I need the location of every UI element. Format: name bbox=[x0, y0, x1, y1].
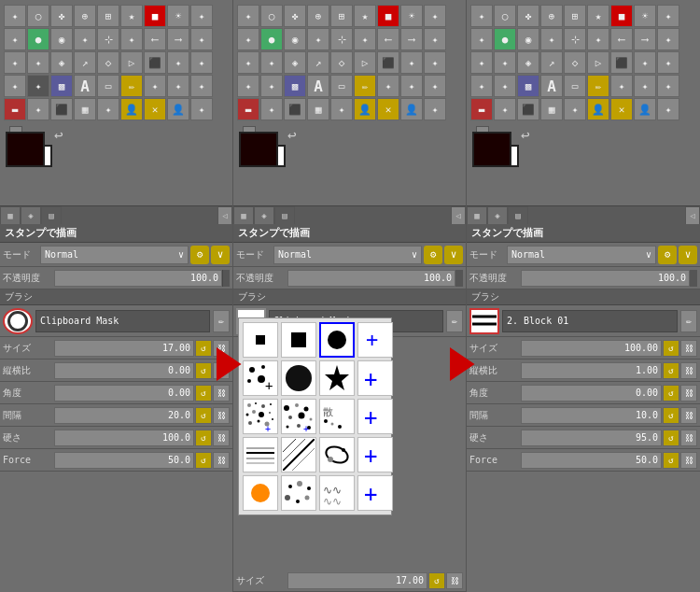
tool-star[interactable]: ★ bbox=[120, 5, 143, 27]
size-value-3[interactable]: 100.00 bbox=[521, 340, 662, 357]
hardness-link-btn-3[interactable]: ⛓ bbox=[680, 430, 697, 446]
brush-cell-plus[interactable]: + bbox=[357, 322, 393, 358]
force-link-btn-3[interactable]: ⛓ bbox=[680, 452, 697, 469]
tool3-u1[interactable]: ▬ bbox=[470, 98, 493, 120]
tool3-r9[interactable]: ✦ bbox=[657, 28, 679, 50]
tool-sun[interactable]: ☀ bbox=[167, 5, 189, 27]
tool-s6[interactable]: ▷ bbox=[120, 51, 143, 74]
swap-colors-icon-1[interactable]: ↩ bbox=[54, 126, 63, 144]
tool2-8[interactable]: ☀ bbox=[400, 5, 423, 27]
tool3-3[interactable]: ✤ bbox=[517, 5, 539, 27]
tool3-r8[interactable]: ⟶ bbox=[634, 28, 656, 50]
tab-icon-channels[interactable]: ◈ bbox=[21, 206, 41, 225]
tool-s3[interactable]: ◈ bbox=[50, 51, 73, 74]
mode-btn-1[interactable]: ⚙ bbox=[190, 246, 209, 264]
tool2-5[interactable]: ⊞ bbox=[330, 5, 353, 27]
swap-colors-icon-3[interactable]: ↩ bbox=[521, 126, 530, 144]
tab-expand-btn[interactable]: ◁ bbox=[217, 206, 232, 225]
aspect-reset-btn-3[interactable]: ↺ bbox=[663, 362, 679, 379]
tool-r3[interactable]: ◉ bbox=[50, 28, 73, 50]
tool-s9[interactable]: ✦ bbox=[190, 51, 213, 74]
tab-icon-brush[interactable]: ▤ bbox=[41, 206, 62, 225]
size-value-1[interactable]: 17.00 bbox=[54, 340, 194, 357]
opacity-value-3[interactable]: 100.0 bbox=[521, 270, 690, 287]
tool-grid[interactable]: ⊞ bbox=[97, 5, 119, 27]
tool3-u3[interactable]: ⬛ bbox=[517, 98, 539, 120]
tool3-5[interactable]: ⊞ bbox=[564, 5, 586, 27]
force-reset-btn-1[interactable]: ↺ bbox=[195, 452, 212, 469]
tool-s5[interactable]: ◇ bbox=[97, 51, 119, 74]
brush-cell-diag-lines[interactable] bbox=[281, 437, 316, 472]
tool-r5[interactable]: ⊹ bbox=[97, 28, 119, 50]
brush-edit-btn-1[interactable]: ✏ bbox=[213, 310, 230, 332]
tool-r1[interactable]: ✦ bbox=[4, 28, 26, 50]
tool-checkerboard[interactable]: ▩ bbox=[50, 75, 73, 97]
tool2-s2[interactable]: ✦ bbox=[260, 51, 283, 74]
tool2-u7[interactable]: ✕ bbox=[377, 98, 399, 120]
tool2-s1[interactable]: ✦ bbox=[237, 51, 259, 74]
hardness-value-3[interactable]: 95.0 bbox=[521, 430, 662, 446]
tool3-pen[interactable]: ✏ bbox=[587, 75, 609, 97]
brush-name-3[interactable]: 2. Block 01 bbox=[502, 310, 678, 332]
brush-cell-organic1[interactable] bbox=[319, 437, 355, 472]
tool3-s1[interactable]: ✦ bbox=[470, 51, 493, 74]
tool2-u5[interactable]: ✦ bbox=[330, 98, 353, 120]
tool-t9[interactable]: ✦ bbox=[190, 75, 213, 97]
aspect-value-1[interactable]: 0.00 bbox=[54, 362, 194, 379]
tool3-s9[interactable]: ✦ bbox=[657, 51, 679, 74]
brush-preview-3[interactable] bbox=[469, 308, 499, 334]
tool2-rect[interactable]: ▭ bbox=[330, 75, 353, 97]
brush-cell-scatter1[interactable]: + bbox=[243, 399, 278, 434]
brush-edit-btn-3[interactable]: ✏ bbox=[680, 310, 697, 332]
tool2-u2[interactable]: ✦ bbox=[260, 98, 283, 120]
brush-cell-line1[interactable] bbox=[243, 437, 278, 472]
tab2-brush[interactable]: ▤ bbox=[274, 206, 295, 225]
tool-t7[interactable]: ✦ bbox=[144, 75, 166, 97]
brush-cell-plus3[interactable]: + bbox=[357, 399, 393, 434]
tool3-r4[interactable]: ✦ bbox=[540, 28, 563, 50]
tool-fill[interactable]: ⊕ bbox=[74, 5, 96, 27]
tool2-u4[interactable]: ▦ bbox=[307, 98, 329, 120]
brush-preview-1[interactable] bbox=[3, 308, 33, 334]
tool-u2[interactable]: ✦ bbox=[27, 98, 49, 120]
tool-pen[interactable]: ✏ bbox=[120, 75, 143, 97]
mode-extra-btn-3[interactable]: ∨ bbox=[679, 246, 697, 264]
size-reset-btn-1[interactable]: ↺ bbox=[195, 340, 212, 357]
hardness-reset-btn-3[interactable]: ↺ bbox=[663, 430, 679, 446]
opacity-value-2[interactable]: 100.0 bbox=[287, 270, 455, 287]
tool2-u6[interactable]: 👤 bbox=[354, 98, 376, 120]
tool2-s3[interactable]: ◈ bbox=[284, 51, 306, 74]
size-reset-btn-2[interactable]: ↺ bbox=[428, 572, 445, 589]
tool2-checkerboard[interactable]: ▩ bbox=[284, 75, 306, 97]
tool3-r6[interactable]: ✦ bbox=[587, 28, 609, 50]
tool2-r3[interactable]: ◉ bbox=[284, 28, 306, 50]
tool2-u1[interactable]: ▬ bbox=[237, 98, 259, 120]
aspect-reset-btn-1[interactable]: ↺ bbox=[195, 362, 212, 379]
tool3-t7[interactable]: ✦ bbox=[610, 75, 633, 97]
opacity-value-1[interactable]: 100.0 bbox=[54, 270, 222, 287]
mode-dropdown-3[interactable]: Normal ∨ bbox=[507, 246, 656, 264]
tab3-expand[interactable]: ◁ bbox=[685, 206, 700, 225]
tool-s4[interactable]: ↗ bbox=[74, 51, 96, 74]
tool2-s8[interactable]: ✦ bbox=[400, 51, 423, 74]
mode-extra-btn-1[interactable]: ∨ bbox=[211, 246, 230, 264]
tool2-r9[interactable]: ✦ bbox=[424, 28, 446, 50]
tool3-s5[interactable]: ◇ bbox=[564, 51, 586, 74]
tool3-6[interactable]: ★ bbox=[587, 5, 609, 27]
hardness-link-btn-1[interactable]: ⛓ bbox=[213, 430, 230, 446]
size-value-2[interactable]: 17.00 bbox=[287, 572, 427, 589]
tool2-3[interactable]: ✤ bbox=[284, 5, 306, 27]
mode-dropdown-1[interactable]: Normal ∨ bbox=[40, 246, 189, 264]
tool-u9[interactable]: ✦ bbox=[190, 98, 213, 120]
tool3-u6[interactable]: 👤 bbox=[587, 98, 609, 120]
tool-color1[interactable]: ■ bbox=[144, 5, 166, 27]
tool2-r6[interactable]: ✦ bbox=[354, 28, 376, 50]
brush-cell-scatter2[interactable]: + bbox=[281, 399, 316, 434]
tab3-channels[interactable]: ◈ bbox=[487, 206, 508, 225]
tool2-t8[interactable]: ✦ bbox=[400, 75, 423, 97]
tool2-r4[interactable]: ✦ bbox=[307, 28, 329, 50]
tool2-s4[interactable]: ↗ bbox=[307, 51, 329, 74]
tool-r6[interactable]: ✦ bbox=[120, 28, 143, 50]
tool3-s8[interactable]: ✦ bbox=[634, 51, 656, 74]
tool-A[interactable]: A bbox=[74, 75, 96, 97]
